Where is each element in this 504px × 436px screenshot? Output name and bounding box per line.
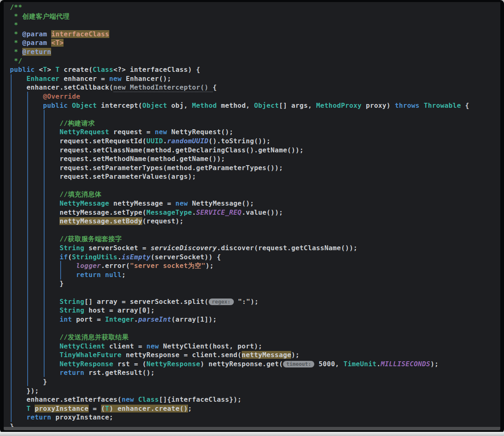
code-line: String[] array = serverSocket.split(rege… bbox=[10, 297, 500, 306]
code-token: T bbox=[105, 405, 109, 412]
code-token bbox=[68, 102, 72, 109]
code-token: //填充消息体 bbox=[59, 190, 101, 198]
code-token: proxyInstance; bbox=[51, 413, 113, 421]
code-line bbox=[10, 288, 500, 297]
code-token: interfaceClass bbox=[51, 30, 109, 38]
code-token: } bbox=[10, 280, 64, 287]
code-line: request.setMethodName(method.getName()); bbox=[10, 154, 500, 164]
code-token: NettyResponse bbox=[59, 360, 113, 368]
code-token bbox=[10, 92, 43, 100]
code-line: //发送消息并获取结果 bbox=[10, 333, 500, 342]
code-token: StringUtils bbox=[72, 253, 118, 261]
code-token: Object bbox=[72, 102, 97, 109]
code-token: parseInt bbox=[138, 315, 171, 323]
code-token bbox=[10, 128, 59, 136]
code-token: String bbox=[59, 244, 84, 252]
code-token: <T> bbox=[51, 39, 64, 47]
code-token: @return bbox=[22, 48, 51, 56]
code-token: request.setParameterValues(args); bbox=[10, 173, 196, 180]
code-token: //发送消息并获取结果 bbox=[59, 333, 129, 341]
code-token: <?> interfaceClass) { bbox=[113, 66, 200, 73]
code-token: Enhancer bbox=[26, 75, 59, 83]
code-token bbox=[10, 199, 59, 207]
inline-parameter-hint: regex: bbox=[209, 299, 234, 305]
code-line: NettyClient client = new NettyClient(hos… bbox=[10, 342, 500, 351]
code-token bbox=[10, 253, 59, 261]
code-line: } bbox=[10, 422, 500, 427]
code-token: if bbox=[59, 253, 68, 261]
code-token: public bbox=[43, 102, 68, 109]
code-token: ; bbox=[122, 271, 126, 279]
code-token: * bbox=[10, 21, 18, 29]
code-token: [] array = serverSocket.split( bbox=[85, 298, 209, 306]
code-token: obj, bbox=[167, 102, 192, 109]
code-token bbox=[47, 39, 51, 47]
code-token bbox=[10, 306, 59, 314]
code-token: nettyMessage.setBody bbox=[59, 217, 142, 225]
code-token bbox=[10, 360, 59, 368]
code-token: serviceDiscovery bbox=[151, 244, 217, 252]
code-token: throws bbox=[395, 102, 419, 109]
code-line: //获取服务端套接字 bbox=[10, 235, 500, 244]
code-token: .discover(request.getClassName()); bbox=[217, 244, 358, 252]
code-line: request.setRequestId(UUID.randomUUID().t… bbox=[10, 137, 500, 146]
code-token: proxyInstance bbox=[35, 405, 88, 412]
code-token: method, bbox=[217, 102, 254, 109]
code-token: .value()); bbox=[242, 209, 283, 216]
code-line bbox=[10, 226, 500, 235]
code-token: logger bbox=[76, 262, 101, 270]
code-token: ) nettyResponse.get( bbox=[200, 360, 283, 368]
code-line: }); bbox=[10, 386, 500, 396]
code-token: * bbox=[10, 39, 22, 47]
code-line: @Override bbox=[10, 92, 500, 101]
code-line: enhancer.setInterfaces(new Class[]{inter… bbox=[10, 395, 500, 404]
code-token bbox=[10, 244, 59, 252]
code-token: enhancer = bbox=[59, 75, 109, 83]
code-token bbox=[10, 262, 76, 270]
code-token bbox=[10, 351, 59, 359]
code-line: * @param interfaceClass bbox=[10, 30, 500, 39]
code-token: = bbox=[89, 405, 101, 412]
code-line: Enhancer enhancer = new Enhancer(); bbox=[10, 74, 500, 83]
code-token: ( bbox=[68, 253, 72, 261]
code-token: Integer bbox=[105, 315, 134, 323]
code-token: . bbox=[163, 137, 167, 145]
code-line: request.setParameterTypes(method.getPara… bbox=[10, 164, 500, 173]
code-token: new bbox=[122, 396, 134, 403]
code-token: []{interfaceClass}); bbox=[159, 396, 242, 403]
code-line: NettyMessage nettyMessage = new NettyMes… bbox=[10, 199, 500, 208]
code-token bbox=[10, 102, 43, 109]
code-token bbox=[314, 360, 318, 368]
code-token: NettyClient bbox=[59, 342, 105, 350]
code-token: ( bbox=[101, 405, 105, 412]
code-token: NettyRequest(); bbox=[167, 128, 233, 136]
code-token bbox=[234, 298, 238, 306]
code-token: NettyResponse bbox=[146, 360, 200, 368]
code-token: MethodProxy bbox=[316, 102, 362, 109]
window-bottom-edge bbox=[0, 432, 504, 436]
code-token: nettyResponse = client.send( bbox=[122, 351, 242, 359]
code-line: request.setClassName(method.getDeclaring… bbox=[10, 146, 500, 155]
code-token: }); bbox=[10, 387, 39, 395]
code-token: MILLISECONDS bbox=[381, 360, 430, 368]
code-line bbox=[10, 324, 500, 333]
code-token: } bbox=[10, 422, 14, 427]
code-line: if(StringUtils.isEmpty(serverSocket)) { bbox=[10, 253, 500, 262]
code-token bbox=[10, 405, 26, 412]
code-token bbox=[10, 298, 59, 306]
code-line: //填充消息体 bbox=[10, 190, 500, 199]
code-token bbox=[10, 190, 59, 198]
code-token: * bbox=[10, 48, 22, 56]
code-line: int port = Integer.parseInt(array[1]); bbox=[10, 315, 500, 324]
code-line: return null; bbox=[10, 270, 500, 280]
code-token: Enhancer(); bbox=[122, 75, 171, 83]
code-token: } bbox=[10, 378, 47, 386]
code-token: . bbox=[192, 209, 196, 216]
code-line: } bbox=[10, 377, 500, 386]
code-line: request.setParameterValues(args); bbox=[10, 172, 500, 181]
code-token: 5000 bbox=[318, 360, 335, 368]
code-editor[interactable]: /** * 创建客户端代理 * * @param interfaceClass … bbox=[4, 2, 500, 427]
code-token: enhancer.setCallback( bbox=[10, 83, 113, 91]
code-token: nettyMessage.setType( bbox=[10, 209, 146, 216]
code-token: isEmpty bbox=[122, 253, 151, 261]
